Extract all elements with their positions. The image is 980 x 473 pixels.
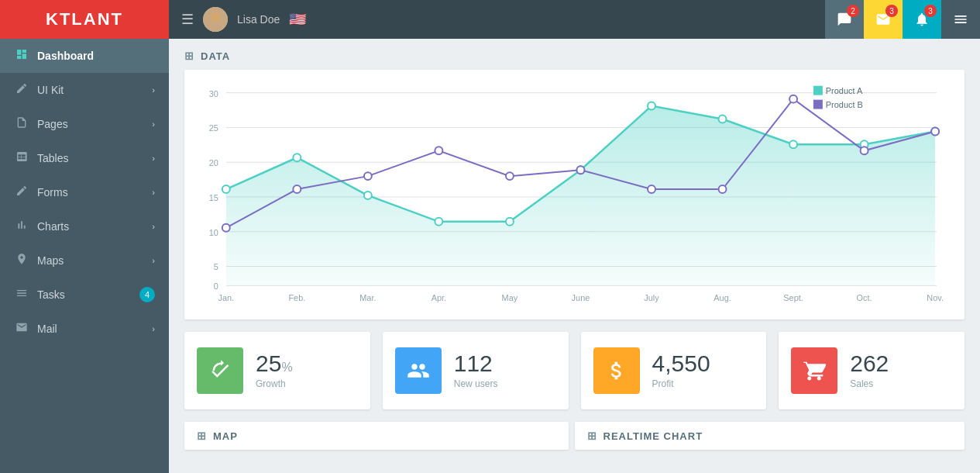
dot-b-aug [719,185,727,193]
sidebar-item-ui-kit[interactable]: UI Kit › [0,73,169,107]
tables-icon [14,150,29,166]
dot-b-nov [931,127,939,135]
dot-a-sept [789,140,797,148]
svg-text:Apr.: Apr. [432,293,446,302]
map-section-title: MAP [213,430,238,442]
bottom-sections: ⊞ MAP ⊞ REALTIME CHART [184,422,965,450]
chat-button[interactable]: 2 [825,0,864,39]
bell-button[interactable]: 3 [903,0,941,39]
stat-card-users: 112 New users [383,332,569,409]
pages-icon [14,116,29,132]
sidebar-item-pages[interactable]: Pages › [0,107,169,141]
bell-badge: 3 [924,5,937,17]
header: KTLANT ☰ Lisa Doe 🇺🇸 2 3 3 [0,0,980,39]
sidebar-item-forms[interactable]: Forms › [0,175,169,209]
legend-b-color [813,100,823,109]
line-chart: 30 25 20 15 10 5 0 [197,82,952,307]
sidebar-item-dashboard[interactable]: Dashboard [0,39,169,73]
dot-b-sept [789,95,797,103]
forms-icon [14,185,29,200]
arrow-icon: › [152,222,155,231]
email-button[interactable]: 3 [864,0,903,39]
product-a-area [226,106,935,286]
sidebar-item-tasks[interactable]: Tasks 4 [0,278,169,312]
sidebar-item-label: Dashboard [37,50,94,62]
svg-text:15: 15 [209,193,218,202]
svg-text:25: 25 [209,123,218,133]
sales-value: 262 [850,352,889,375]
stat-card-sales: 262 Sales [779,332,965,409]
dot-a-feb [293,154,301,161]
growth-value: 25% [256,352,293,375]
sidebar-item-label: Charts [37,220,69,233]
email-badge: 3 [885,5,898,17]
dot-b-may [506,172,514,180]
dot-a-july [648,102,655,110]
sidebar-item-maps[interactable]: Maps › [0,243,169,278]
dot-b-jan [222,224,230,232]
arrow-icon: › [152,85,155,95]
sidebar-item-label: UI Kit [37,84,64,96]
sidebar-item-tables[interactable]: Tables › [0,141,169,175]
sales-icon-box [791,347,837,394]
svg-text:0: 0 [214,281,218,291]
arrow-icon: › [152,188,155,197]
realtime-grid-icon: ⊞ [587,430,597,442]
sidebar-item-charts[interactable]: Charts › [0,209,169,243]
charts-icon [14,219,29,234]
stat-card-growth: 25% Growth [184,332,370,409]
header-left: ☰ Lisa Doe 🇺🇸 [169,7,318,32]
svg-text:May: May [502,293,518,302]
users-stats-text: 112 New users [454,352,498,389]
dashboard-icon [14,48,29,64]
growth-icon-box [197,347,243,394]
sidebar: Dashboard UI Kit › Pages › Tables › [0,39,169,473]
avatar[interactable] [203,7,228,32]
svg-text:Feb.: Feb. [288,293,305,302]
svg-text:Oct.: Oct. [857,293,872,302]
ui-kit-icon [14,82,29,98]
svg-text:Sept.: Sept. [783,293,803,302]
sidebar-item-label: Tasks [37,288,65,301]
layout: Dashboard UI Kit › Pages › Tables › [0,39,980,473]
mail-icon [14,321,29,337]
sidebar-item-label: Pages [37,118,68,130]
arrow-icon: › [152,256,155,265]
data-section-header: ⊞ DATA [169,39,980,70]
grid-icon: ⊞ [184,50,194,62]
dot-a-jan [222,185,230,193]
sales-label: Sales [850,378,889,389]
dot-a-apr [435,218,442,226]
dot-a-aug [719,116,727,123]
dot-b-oct [861,147,868,154]
tasks-badge: 4 [139,287,155,302]
svg-text:June: June [572,293,590,302]
header-actions: 2 3 3 [825,0,980,39]
hamburger-icon[interactable]: ☰ [181,11,194,28]
svg-text:Jan.: Jan. [218,293,234,302]
legend-a-color [813,86,823,95]
svg-text:Mar.: Mar. [359,293,376,302]
profit-value: 4,550 [652,352,710,375]
map-grid-icon: ⊞ [197,430,207,442]
tasks-icon [14,287,29,302]
chat-badge: 2 [847,5,859,17]
dot-a-may [506,218,514,226]
maps-icon [14,253,29,268]
dot-a-mar [364,192,372,199]
sidebar-item-mail[interactable]: Mail › [0,312,169,346]
svg-text:10: 10 [209,228,218,237]
sidebar-item-label: Maps [37,254,64,267]
username-label: Lisa Doe [237,13,280,26]
dot-b-feb [293,185,301,193]
arrow-icon: › [152,154,155,163]
svg-text:20: 20 [209,158,218,167]
dot-b-june [576,166,584,174]
menu-icon-btn[interactable] [941,0,980,39]
stats-row: 25% Growth 112 New users [169,332,980,422]
svg-text:Nov.: Nov. [927,293,944,302]
sales-stats-text: 262 Sales [850,352,889,389]
realtime-section: ⊞ REALTIME CHART [575,422,965,450]
svg-text:30: 30 [209,89,218,98]
svg-text:Aug.: Aug. [714,293,731,302]
